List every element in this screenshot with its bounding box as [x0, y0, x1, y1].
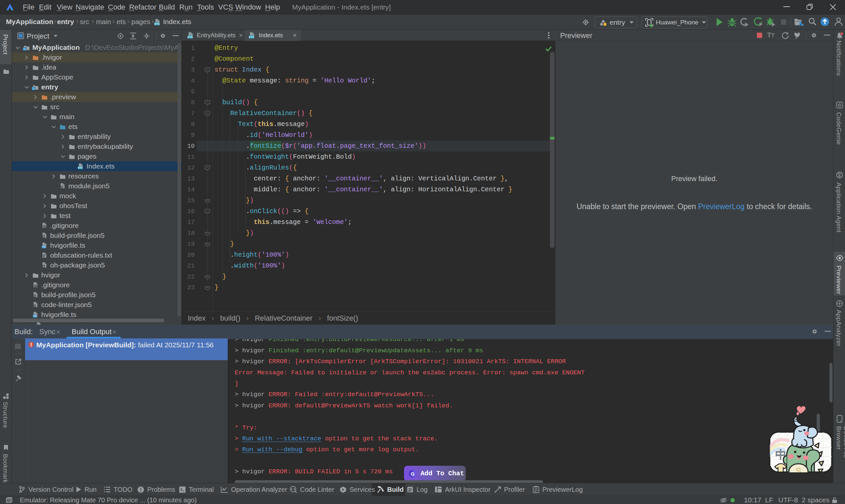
svg-text:S: S — [795, 466, 802, 472]
svg-text:G: G — [411, 471, 415, 476]
svg-text:G: G — [838, 103, 841, 108]
